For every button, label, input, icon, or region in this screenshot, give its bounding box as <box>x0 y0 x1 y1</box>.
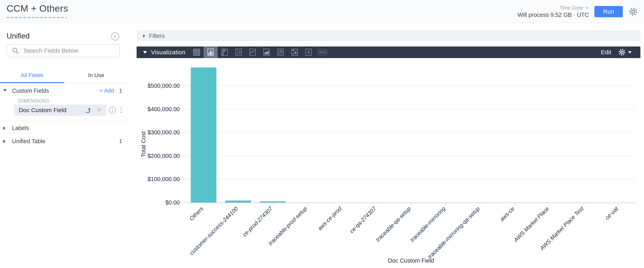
pivot-icon[interactable] <box>85 106 92 114</box>
y-tick-mark <box>182 202 186 203</box>
y-axis-title: Total Cost <box>140 131 147 157</box>
y-tick-label: $100,000.00 <box>128 176 180 183</box>
unified-table-count: 1 <box>119 138 122 145</box>
dimensions-heading: DIMENSIONS <box>18 98 50 104</box>
section-label: Labels <box>12 125 29 131</box>
divider <box>0 120 128 121</box>
filter-icon[interactable] <box>96 106 103 114</box>
y-tick-label: $300,000.00 <box>128 129 180 136</box>
x-tick-mark <box>272 203 273 205</box>
app-window: CCM + Others Time Zone Will process 9.52… <box>0 0 644 268</box>
x-tick-mark <box>342 203 342 205</box>
x-tick-mark <box>376 203 376 205</box>
y-tick-label: $400,000.00 <box>128 105 180 113</box>
bar[interactable] <box>260 201 286 202</box>
explore-title: Unified <box>6 32 30 40</box>
x-tick-label-text: traceable-prod-setup <box>268 205 308 246</box>
caret-right-icon[interactable] <box>3 140 6 143</box>
add-custom-field-button[interactable]: + Add <box>100 87 114 94</box>
x-tick-mark <box>238 203 238 205</box>
process-size-text: Will process 9.52 GB · UTC <box>518 12 589 18</box>
y-tick-label: $500,000.00 <box>128 82 180 89</box>
x-tick-label-text: ce-uat <box>604 205 620 221</box>
grid-line <box>186 156 636 156</box>
top-bar-actions: Time Zone Will process 9.52 GB · UTC Run <box>518 0 638 23</box>
x-tick-mark <box>446 203 446 205</box>
info-icon[interactable] <box>108 106 117 114</box>
x-tick-mark <box>411 203 411 205</box>
chevron-down-icon <box>585 7 589 9</box>
run-button[interactable]: Run <box>594 6 623 17</box>
x-tick-mark <box>618 203 618 205</box>
field-search[interactable] <box>6 44 120 57</box>
section-custom-fields[interactable]: Custom Fields + Add 1 <box>0 86 128 96</box>
caret-down-icon[interactable] <box>3 89 7 91</box>
x-tick-label-text: Others <box>188 205 205 222</box>
title-dashed-underline <box>6 17 66 18</box>
top-bar: CCM + Others Time Zone Will process 9.52… <box>0 0 644 23</box>
caret-right-icon[interactable] <box>3 126 6 130</box>
y-tick-mark <box>182 156 186 156</box>
grid-line <box>186 179 636 179</box>
x-tick-label-text: aws-ce-prod <box>316 205 343 232</box>
section-label: Unified Table <box>12 138 46 145</box>
custom-fields-count: 1 <box>119 87 122 94</box>
collapse-sidebar-icon[interactable] <box>111 32 120 41</box>
section-label: Custom Fields <box>12 87 49 94</box>
field-tabs: All Fields In Use <box>0 67 128 83</box>
x-tick-label-text: ce-prod-274307 <box>242 205 274 238</box>
bar[interactable] <box>191 67 216 202</box>
section-unified-table[interactable]: Unified Table 1 <box>0 137 128 147</box>
tab-in-use[interactable]: In Use <box>64 67 128 83</box>
y-tick-label: $0.00 <box>128 199 180 206</box>
grid-line <box>186 109 636 109</box>
x-tick-mark <box>204 203 204 205</box>
search-icon <box>12 47 19 54</box>
divider <box>0 133 128 134</box>
field-picker-sidebar: Unified All Fields In Use Custom Fields … <box>0 23 128 268</box>
y-tick-mark <box>182 109 186 109</box>
y-tick-mark <box>182 132 186 132</box>
kebab-menu-icon[interactable] <box>119 106 123 114</box>
grid-line <box>186 132 636 132</box>
search-input[interactable] <box>24 47 114 54</box>
y-tick-mark <box>182 179 186 179</box>
bar-chart: $0.00$100,000.00$200,000.00$300,000.00$4… <box>128 23 644 268</box>
x-tick-mark <box>514 203 515 205</box>
x-tick-mark <box>549 203 550 205</box>
page-title[interactable]: CCM + Others <box>6 3 68 14</box>
x-tick-label-text: traceable-qa-setup <box>374 205 412 243</box>
field-doc-custom-field[interactable]: Doc Custom Field <box>14 104 106 116</box>
gear-icon[interactable] <box>628 7 638 17</box>
x-tick-mark <box>307 203 308 205</box>
y-tick-mark <box>182 85 186 86</box>
tab-all-fields[interactable]: All Fields <box>0 67 64 83</box>
x-axis-title: Doc Custom Field <box>388 257 434 264</box>
y-tick-label: $200,000.00 <box>128 152 180 160</box>
x-tick-label-text: AWS Market Place <box>512 205 550 243</box>
grid-line <box>186 85 636 86</box>
x-tick-mark <box>480 203 480 205</box>
x-tick-mark <box>584 203 584 205</box>
query-info: Time Zone Will process 9.52 GB · UTC <box>518 5 589 18</box>
main-area: Filters Visualization 6 Edit $0.00$100,0… <box>128 23 644 268</box>
x-tick-label-text: traceable-mirroring <box>409 205 446 243</box>
timezone-label: Time Zone <box>560 5 583 11</box>
section-labels[interactable]: Labels <box>0 123 128 133</box>
field-name: Doc Custom Field <box>19 107 81 113</box>
x-tick-label-text: ce-qa-274307 <box>348 205 378 234</box>
bar[interactable] <box>226 201 251 202</box>
x-tick-label-text: aws-ce <box>498 205 516 222</box>
timezone-selector[interactable]: Time Zone <box>560 5 589 11</box>
